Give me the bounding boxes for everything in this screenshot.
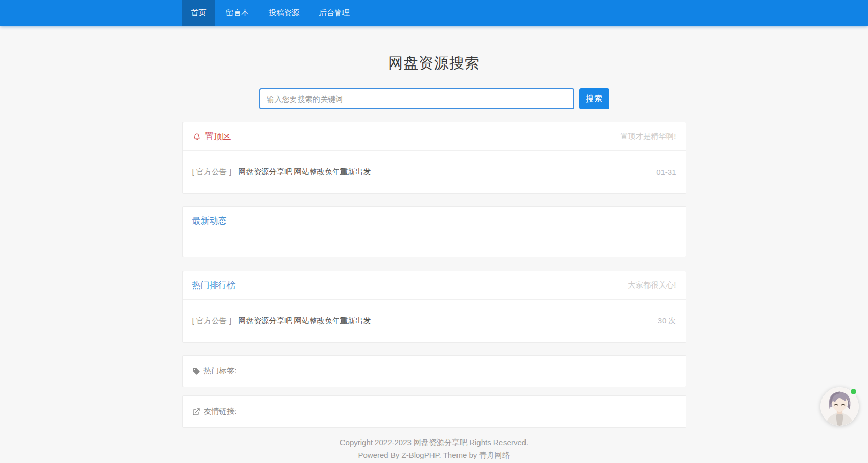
nav-items-container: 首页 留言本 投稿资源 后台管理 xyxy=(182,0,686,26)
hot-ranking-hint: 大家都很关心! xyxy=(628,280,676,290)
search-input[interactable] xyxy=(259,88,574,109)
main-content: 网盘资源搜索 搜索 置顶区 置顶才是精华啊! [ 官方公告 ] 网盘资源分享吧 … xyxy=(182,53,686,461)
floating-avatar-widget[interactable] xyxy=(820,387,859,426)
powered-by-line: Powered By Z-BlogPHP. Theme by 青舟网络 xyxy=(182,449,686,461)
hot-tags-label: 热门标签: xyxy=(204,366,237,376)
pinned-section-hint: 置顶才是精华啊! xyxy=(620,131,676,141)
top-navbar: 首页 留言本 投稿资源 后台管理 xyxy=(0,0,868,26)
post-date: 01-31 xyxy=(656,168,676,177)
pinned-section-header: 置顶区 置顶才是精华啊! xyxy=(183,122,686,150)
pinned-section-title-text: 置顶区 xyxy=(205,130,231,142)
pinned-section-title: 置顶区 xyxy=(192,130,231,142)
friend-links-row: 友情链接: xyxy=(183,396,686,427)
post-title-link[interactable]: 网盘资源分享吧 网站整改兔年重新出发 xyxy=(238,167,371,177)
post-title-link[interactable]: 网盘资源分享吧 网站整改兔年重新出发 xyxy=(238,316,371,326)
external-link-icon xyxy=(192,408,200,416)
page-footer: Copyright 2022-2023 网盘资源分享吧 Rights Reser… xyxy=(182,436,686,461)
tag-icon xyxy=(192,367,200,376)
latest-section: 最新动态 xyxy=(182,206,686,257)
nav-item-admin[interactable]: 后台管理 xyxy=(310,0,358,26)
page-title: 网盘资源搜索 xyxy=(182,53,686,74)
latest-section-title: 最新动态 xyxy=(192,215,227,227)
hot-ranking-section: 热门排行榜 大家都很关心! [ 官方公告 ] 网盘资源分享吧 网站整改兔年重新出… xyxy=(182,271,686,343)
pinned-section: 置顶区 置顶才是精华啊! [ 官方公告 ] 网盘资源分享吧 网站整改兔年重新出发… xyxy=(182,122,686,194)
search-button[interactable]: 搜索 xyxy=(579,88,609,109)
hot-ranking-title-text: 热门排行榜 xyxy=(192,279,236,291)
hot-ranking-title: 热门排行榜 xyxy=(192,279,236,291)
bell-icon xyxy=(192,132,201,141)
nav-item-home[interactable]: 首页 xyxy=(182,0,215,26)
friend-links-section: 友情链接: xyxy=(182,395,686,428)
nav-item-submit-resource[interactable]: 投稿资源 xyxy=(260,0,308,26)
search-bar: 搜索 xyxy=(182,88,686,109)
hot-list-item: [ 官方公告 ] 网盘资源分享吧 网站整改兔年重新出发 30 次 xyxy=(183,299,686,342)
latest-section-header: 最新动态 xyxy=(183,207,686,235)
copyright-line: Copyright 2022-2023 网盘资源分享吧 Rights Reser… xyxy=(182,436,686,449)
friend-links-label: 友情链接: xyxy=(204,407,237,416)
post-view-count: 30 次 xyxy=(658,316,676,326)
online-status-dot xyxy=(850,388,857,395)
pinned-list-item: [ 官方公告 ] 网盘资源分享吧 网站整改兔年重新出发 01-31 xyxy=(183,150,686,193)
nav-item-guestbook[interactable]: 留言本 xyxy=(217,0,258,26)
hot-ranking-header: 热门排行榜 大家都很关心! xyxy=(183,271,686,299)
hot-tags-section: 热门标签: xyxy=(182,355,686,387)
post-category-link[interactable]: [ 官方公告 ] xyxy=(192,316,232,326)
post-category-link[interactable]: [ 官方公告 ] xyxy=(192,167,232,177)
latest-empty-row xyxy=(183,235,686,257)
latest-section-title-text: 最新动态 xyxy=(192,215,227,227)
hot-tags-row: 热门标签: xyxy=(183,356,686,387)
